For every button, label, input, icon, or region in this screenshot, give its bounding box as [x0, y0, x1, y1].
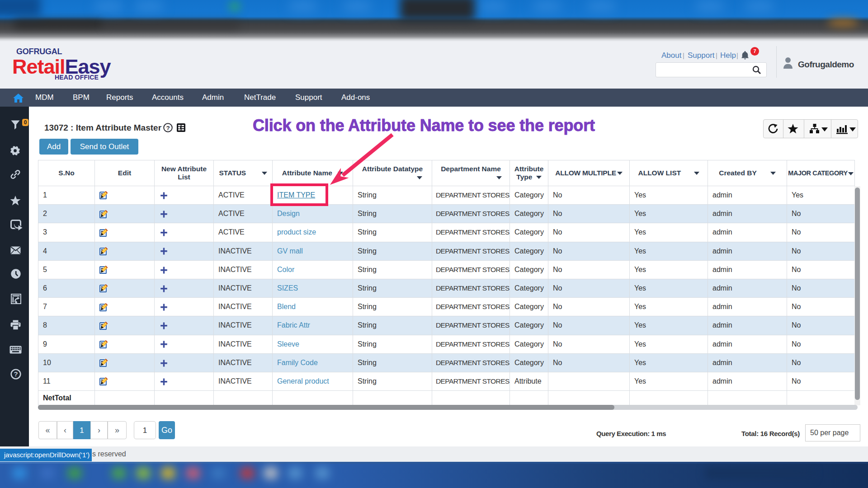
svg-text:Click on the Attribute Name to: Click on the Attribute Name to see the r…: [253, 116, 595, 135]
svg-text:?: ?: [166, 125, 170, 131]
svg-text:?: ?: [14, 370, 18, 378]
